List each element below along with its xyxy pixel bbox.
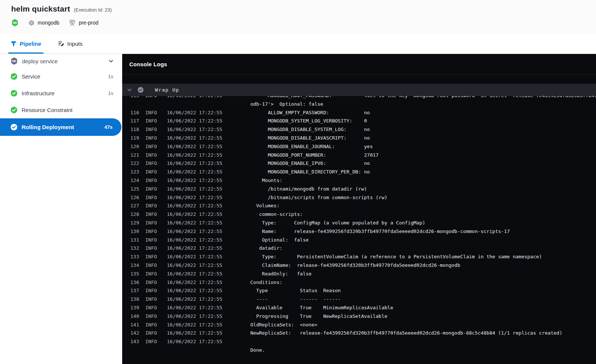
step-success-check-icon (137, 87, 144, 93)
log-message: Optional: false (250, 236, 309, 245)
tab-inputs[interactable]: Inputs (58, 33, 83, 54)
service-meta[interactable]: mongodb (28, 20, 59, 26)
log-timestamp (167, 100, 250, 109)
log-timestamp: 16/06/2022 17:22:55 (167, 117, 250, 125)
log-line-number: 131 (130, 236, 145, 245)
step-row-resource-constraint[interactable]: Resource Constraint (0, 102, 122, 118)
log-row: 133INFO16/06/2022 17:22:55 Type: Persist… (122, 253, 596, 261)
log-timestamp: 16/06/2022 17:22:55 (167, 176, 250, 185)
log-timestamp: 16/06/2022 17:22:55 (167, 96, 250, 100)
log-row: 119INFO16/06/2022 17:22:55 MONGODB_DISAB… (122, 134, 596, 143)
step-label: Rolling Deployment (22, 124, 100, 130)
log-row: 139INFO16/06/2022 17:22:55 Available Tru… (122, 304, 596, 312)
step-success-check-icon (10, 106, 18, 114)
log-line-number: 120 (130, 143, 145, 151)
log-line-number: 134 (130, 261, 145, 270)
log-timestamp: 16/06/2022 17:22:55 (167, 270, 250, 278)
log-message: /bitnami/scripts from common-scripts (rw… (250, 194, 387, 202)
log-timestamp: 16/06/2022 17:22:55 (167, 125, 250, 134)
service-name: mongodb (38, 20, 59, 26)
log-level: INFO (145, 278, 167, 287)
log-timestamp: 16/06/2022 17:22:55 (167, 227, 250, 236)
log-level: INFO (145, 117, 167, 125)
log-level: INFO (145, 202, 167, 210)
log-line-number: 127 (130, 202, 145, 210)
log-line-number: 117 (130, 117, 145, 125)
step-row-rolling-deployment[interactable]: Rolling Deployment47s (0, 118, 121, 136)
log-row: 116INFO16/06/2022 17:22:55 ALLOW_EMPTY_P… (122, 109, 596, 117)
view-tabbar: Pipeline Inputs (0, 33, 596, 54)
execution-header: helm quickstart (Execution Id: 23) mongo… (0, 0, 596, 33)
log-timestamp: 16/06/2022 17:22:55 (167, 338, 250, 346)
chevron-down-icon[interactable] (108, 58, 114, 64)
environment-meta[interactable]: pre-prod (69, 19, 98, 26)
console-title: Console Logs (129, 61, 167, 67)
log-level: INFO (145, 338, 167, 346)
execution-id: (Execution Id: 23) (74, 7, 112, 13)
log-row: 118INFO16/06/2022 17:22:55 MONGODB_DISAB… (122, 125, 596, 134)
log-row: 127INFO16/06/2022 17:22:55 Volumes: (122, 202, 596, 210)
log-line-number: 141 (130, 321, 145, 329)
meta-row: mongodb pre-prod (11, 19, 596, 26)
pipeline-status-success-icon (11, 19, 19, 26)
log-line-number: 142 (130, 329, 145, 338)
step-row-service[interactable]: Service1s (0, 68, 122, 85)
log-row: 136INFO16/06/2022 17:22:55Conditions: (122, 278, 596, 287)
log-row: 120INFO16/06/2022 17:22:55 MONGODB_ENABL… (122, 143, 596, 151)
log-timestamp (167, 346, 250, 355)
log-message: Type: PersistentVolumeClaim (a reference… (250, 253, 542, 261)
step-success-check-icon (10, 90, 18, 97)
log-level: INFO (145, 125, 167, 134)
tab-pipeline[interactable]: Pipeline (10, 33, 41, 54)
log-row: 130INFO16/06/2022 17:22:55 Name: release… (122, 227, 596, 236)
stage-icon (10, 57, 18, 65)
log-level: INFO (145, 134, 167, 143)
log-row: 115INFO16/06/2022 17:22:55 MONGODB_ROOT_… (122, 96, 596, 100)
log-line-number: 115 (130, 96, 145, 100)
log-row: 123INFO16/06/2022 17:22:55 MONGODB_ENABL… (122, 168, 596, 176)
log-message: Type: ConfigMap (a volume populated by a… (250, 219, 425, 227)
log-timestamp: 16/06/2022 17:22:55 (167, 134, 250, 143)
step-duration: 1s (108, 74, 113, 79)
tab-inputs-label: Inputs (67, 41, 83, 47)
log-level: INFO (145, 143, 167, 151)
log-message: MONGODB_ENABLE_JOURNAL: yes (250, 143, 373, 151)
stage-row-deploy-service[interactable]: deploy service (0, 54, 122, 68)
log-message: common-scripts: (250, 210, 303, 219)
log-message: MONGODB_DISABLE_SYSTEM_LOG: no (250, 125, 370, 134)
log-line-number: 122 (130, 159, 145, 168)
content-split: deploy service Service1sInfrastructure1s… (0, 54, 596, 364)
stage-label: deploy service (22, 58, 104, 64)
log-line-number: 136 (130, 278, 145, 287)
log-timestamp: 16/06/2022 17:22:55 (167, 244, 250, 253)
log-timestamp: 16/06/2022 17:22:55 (167, 109, 250, 117)
log-level: INFO (145, 176, 167, 185)
step-row-infrastructure[interactable]: Infrastructure1s (0, 85, 122, 102)
log-level: INFO (145, 219, 167, 227)
log-message: Mounts: (250, 176, 282, 185)
log-line-number: 128 (130, 210, 145, 219)
log-row: 128INFO16/06/2022 17:22:55 common-script… (122, 210, 596, 219)
log-level: INFO (145, 253, 167, 261)
log-timestamp: 16/06/2022 17:22:55 (167, 219, 250, 227)
log-list: 115INFO16/06/2022 17:22:55 MONGODB_ROOT_… (122, 96, 596, 364)
log-message: Available True MinimumReplicasAvailable (250, 304, 393, 312)
log-level: INFO (145, 168, 167, 176)
log-row: 124INFO16/06/2022 17:22:55 Mounts: (122, 176, 596, 185)
log-level: INFO (145, 312, 167, 321)
log-line-number: 125 (130, 185, 145, 194)
log-message: Name: release-fe4399256fd320b3ffb49770fd… (250, 227, 510, 236)
log-line-number: 119 (130, 134, 145, 143)
log-section-wrap-up[interactable]: Wrap Up (122, 84, 596, 96)
active-tab-underline (8, 52, 44, 54)
step-label: Infrastructure (22, 90, 104, 96)
log-message: ---- ------ ------ (250, 295, 341, 304)
log-row: 135INFO16/06/2022 17:22:55 ReadOnly: fal… (122, 270, 596, 278)
console-header: Console Logs (122, 54, 596, 75)
chevron-down-icon[interactable] (127, 87, 132, 93)
step-success-check-icon (10, 124, 18, 131)
log-row: 142INFO16/06/2022 17:22:55NewReplicaSet:… (122, 329, 596, 338)
log-message: MONGODB_DISABLE_JAVASCRIPT: no (250, 134, 370, 143)
pipeline-icon (10, 41, 17, 47)
console-panel: Console Logs Wrap Up 115INFO16/06/2022 1… (122, 54, 596, 364)
